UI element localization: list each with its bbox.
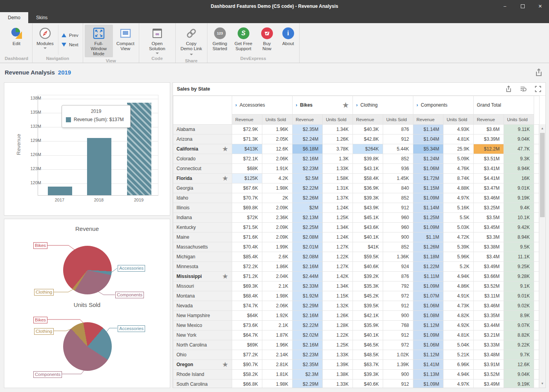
- value-cell[interactable]: 900: [383, 370, 413, 379]
- value-cell[interactable]: $125K: [232, 174, 262, 183]
- state-cell[interactable]: New Hampshire: [173, 311, 232, 321]
- value-cell[interactable]: 876: [383, 272, 413, 281]
- value-cell[interactable]: 4.73K: [444, 301, 474, 311]
- value-cell[interactable]: 4.97K: [444, 193, 474, 203]
- value-cell[interactable]: 4.82K: [444, 311, 474, 321]
- value-cell[interactable]: 9.01K: [504, 291, 534, 301]
- open-solution-button[interactable]: ∞ Open Solution: [141, 25, 174, 55]
- value-cell[interactable]: 768: [383, 321, 413, 330]
- value-cell[interactable]: 2.36K: [262, 213, 293, 223]
- value-cell[interactable]: $2.24M: [293, 134, 323, 144]
- subheader-revenue[interactable]: Revenue: [474, 114, 504, 125]
- value-cell[interactable]: $2.22M: [293, 183, 323, 193]
- value-cell[interactable]: $1.24M: [413, 154, 444, 164]
- value-cell[interactable]: 1.87K: [262, 330, 293, 340]
- value-cell[interactable]: $41K: [353, 242, 383, 252]
- value-cell[interactable]: 9.3K: [504, 154, 534, 164]
- value-cell[interactable]: $1.07M: [413, 291, 444, 301]
- value-cell[interactable]: $71.6K: [232, 232, 262, 242]
- value-cell[interactable]: 8.9K: [504, 311, 534, 321]
- scrollbar-thumb[interactable]: [540, 133, 545, 217]
- getting-started-button[interactable]: 123 Getting Started: [209, 25, 231, 55]
- value-cell[interactable]: 2.05K: [262, 134, 293, 144]
- value-cell[interactable]: 12.6K: [504, 360, 534, 370]
- value-cell[interactable]: $1.09M: [413, 379, 444, 388]
- state-cell[interactable]: Montana: [173, 291, 232, 301]
- value-cell[interactable]: $1.92M: [293, 291, 323, 301]
- value-cell[interactable]: $1.15M: [413, 183, 444, 193]
- value-cell[interactable]: 2.06K: [262, 301, 293, 311]
- value-cell[interactable]: 9.25K: [504, 262, 534, 272]
- value-cell[interactable]: 1.36K: [383, 252, 413, 262]
- value-cell[interactable]: $3.3M: [474, 232, 504, 242]
- value-cell[interactable]: 1.98K: [262, 183, 293, 193]
- value-cell[interactable]: 5.16K: [444, 203, 474, 213]
- full-window-mode-button[interactable]: Full-Window Mode: [85, 25, 113, 57]
- maximize-card-icon[interactable]: [534, 85, 542, 93]
- value-cell[interactable]: 9.22K: [504, 340, 534, 350]
- state-cell[interactable]: Colorado: [173, 154, 232, 164]
- state-cell[interactable]: Georgia: [173, 183, 232, 193]
- value-cell[interactable]: 900: [383, 232, 413, 242]
- value-cell[interactable]: $3.46M: [474, 301, 504, 311]
- value-cell[interactable]: 5.39K: [444, 242, 474, 252]
- compact-view-button[interactable]: Compact View: [114, 25, 137, 57]
- value-cell[interactable]: $3.45M: [474, 223, 504, 232]
- value-cell[interactable]: $1.14M: [413, 125, 444, 134]
- state-cell[interactable]: Mississippi★: [173, 272, 232, 281]
- value-cell[interactable]: $3.52M: [474, 370, 504, 379]
- value-cell[interactable]: $3.91M: [474, 360, 504, 370]
- value-cell[interactable]: 1.96K: [262, 340, 293, 350]
- value-cell[interactable]: 1.26K: [323, 311, 353, 321]
- value-cell[interactable]: $45.1K: [353, 213, 383, 223]
- value-cell[interactable]: 1.33K: [323, 350, 353, 360]
- tab-skins[interactable]: Skins: [28, 12, 55, 23]
- value-cell[interactable]: 4.94K: [444, 272, 474, 281]
- value-cell[interactable]: $40.6K: [353, 379, 383, 388]
- value-cell[interactable]: $90.7K: [232, 360, 262, 370]
- value-cell[interactable]: 1.34K: [323, 281, 353, 291]
- value-cell[interactable]: $3.52M: [474, 281, 504, 291]
- state-cell[interactable]: Alabama: [173, 125, 232, 134]
- value-cell[interactable]: 2.09K: [262, 203, 293, 213]
- value-cell[interactable]: $3.11M: [474, 291, 504, 301]
- value-cell[interactable]: 1.99K: [262, 242, 293, 252]
- subheader-units-sold[interactable]: Units Sold: [383, 114, 413, 125]
- value-cell[interactable]: $39.2K: [353, 272, 383, 281]
- value-cell[interactable]: $2.26M: [293, 193, 323, 203]
- tab-demo[interactable]: Demo: [0, 12, 28, 23]
- value-cell[interactable]: 1.96K: [262, 125, 293, 134]
- value-cell[interactable]: $2.33M: [293, 281, 323, 291]
- value-cell[interactable]: 1.24K: [323, 203, 353, 213]
- value-cell[interactable]: $42.8K: [353, 134, 383, 144]
- value-cell[interactable]: $3.44M: [474, 321, 504, 330]
- value-cell[interactable]: $2.02M: [293, 330, 323, 340]
- value-cell[interactable]: 1.42K: [323, 272, 353, 281]
- value-cell[interactable]: 5.96K: [444, 252, 474, 262]
- export-button[interactable]: [534, 68, 544, 79]
- value-cell[interactable]: $67.6K: [232, 183, 262, 193]
- value-cell[interactable]: $1.12M: [413, 350, 444, 360]
- value-cell[interactable]: 9.1K: [504, 281, 534, 291]
- value-cell[interactable]: 1.91K: [262, 164, 293, 174]
- bar-2018[interactable]: [87, 138, 111, 195]
- buy-now-button[interactable]: Buy Now: [256, 25, 278, 55]
- value-cell[interactable]: 9.02K: [504, 301, 534, 311]
- value-cell[interactable]: $2.44M: [293, 272, 323, 281]
- value-cell[interactable]: $5.34M: [413, 144, 444, 154]
- modules-button[interactable]: Modules: [34, 25, 56, 55]
- value-cell[interactable]: $70.4K: [232, 242, 262, 252]
- value-cell[interactable]: $1.1M: [413, 232, 444, 242]
- value-cell[interactable]: $3.25M: [474, 203, 504, 213]
- value-cell[interactable]: 1.25K: [323, 213, 353, 223]
- value-cell[interactable]: 4.2K: [262, 174, 293, 183]
- state-cell[interactable]: Arizona: [173, 134, 232, 144]
- value-cell[interactable]: $3.39M: [474, 134, 504, 144]
- state-cell[interactable]: Michigan: [173, 252, 232, 262]
- value-cell[interactable]: $2.35M: [293, 360, 323, 370]
- value-cell[interactable]: $2.23M: [293, 164, 323, 174]
- value-cell[interactable]: $3.33M: [474, 340, 504, 350]
- value-cell[interactable]: 9.19K: [504, 379, 534, 388]
- value-cell[interactable]: $1.09M: [413, 281, 444, 291]
- subheader-units-sold[interactable]: Units Sold: [504, 114, 534, 125]
